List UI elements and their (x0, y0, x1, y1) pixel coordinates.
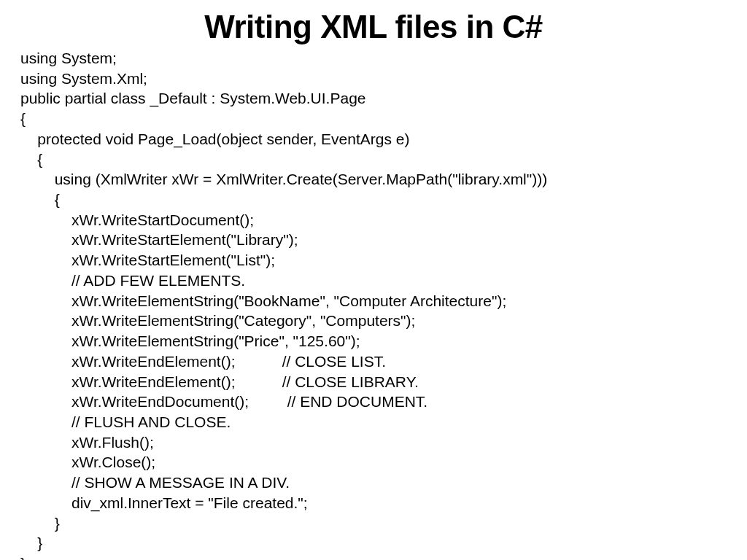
slide-container: Writing XML files in C# using System; us… (0, 0, 747, 560)
code-block: using System; using System.Xml; public p… (20, 48, 727, 560)
slide-title: Writing XML files in C# (20, 9, 727, 45)
